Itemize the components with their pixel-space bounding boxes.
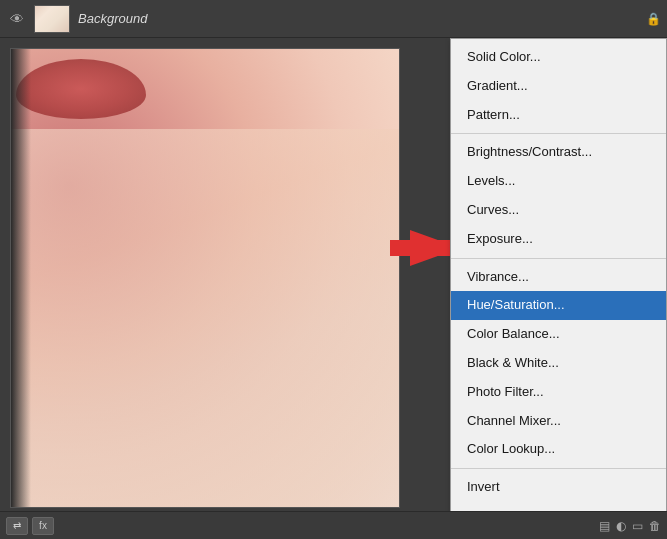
adjustment-icon: ◐ xyxy=(616,519,626,533)
menu-item-posterize[interactable]: Posterize... xyxy=(451,502,666,511)
menu-item-exposure[interactable]: Exposure... xyxy=(451,225,666,254)
dropdown-section-2: Brightness/Contrast... Levels... Curves.… xyxy=(451,134,666,258)
dropdown-section-3: Vibrance... Hue/Saturation... Color Bala… xyxy=(451,259,666,470)
menu-item-invert[interactable]: Invert xyxy=(451,473,666,502)
link-button[interactable]: ⇄ xyxy=(6,517,28,535)
menu-item-curves[interactable]: Curves... xyxy=(451,196,666,225)
bottom-toolbar: ⇄ fx ▤ ◐ ▭ 🗑 xyxy=(0,511,667,539)
layer-lock-icon: 🔒 xyxy=(646,12,661,26)
dropdown-section-4: Invert Posterize... Threshold... Gradien… xyxy=(451,469,666,511)
fx-button[interactable]: fx xyxy=(32,517,54,535)
bottom-right-icons: ▤ ◐ ▭ 🗑 xyxy=(599,519,661,533)
menu-item-brightness-contrast[interactable]: Brightness/Contrast... xyxy=(451,138,666,167)
menu-item-color-lookup[interactable]: Color Lookup... xyxy=(451,435,666,464)
canvas-image xyxy=(10,48,400,508)
menu-item-pattern[interactable]: Pattern... xyxy=(451,101,666,130)
menu-item-color-balance[interactable]: Color Balance... xyxy=(451,320,666,349)
canvas-edge xyxy=(11,49,31,507)
menu-item-vibrance[interactable]: Vibrance... xyxy=(451,263,666,292)
layer-visibility-icon[interactable]: 👁 xyxy=(6,8,28,30)
menu-item-gradient[interactable]: Gradient... xyxy=(451,72,666,101)
adjustment-layer-dropdown: Solid Color... Gradient... Pattern... Br… xyxy=(450,38,667,511)
mask-icon: ▤ xyxy=(599,519,610,533)
folder-icon: ▭ xyxy=(632,519,643,533)
right-panel: Solid Color... Gradient... Pattern... Br… xyxy=(450,38,667,511)
menu-item-black-white[interactable]: Black & White... xyxy=(451,349,666,378)
skin-overlay xyxy=(11,129,399,507)
menu-item-solid-color[interactable]: Solid Color... xyxy=(451,43,666,72)
menu-item-photo-filter[interactable]: Photo Filter... xyxy=(451,378,666,407)
arrow-container xyxy=(380,228,460,268)
menu-item-levels[interactable]: Levels... xyxy=(451,167,666,196)
dropdown-section-1: Solid Color... Gradient... Pattern... xyxy=(451,39,666,134)
layer-thumbnail xyxy=(34,5,70,33)
delete-icon[interactable]: 🗑 xyxy=(649,519,661,533)
main-area: Solid Color... Gradient... Pattern... Br… xyxy=(0,38,667,511)
menu-item-channel-mixer[interactable]: Channel Mixer... xyxy=(451,407,666,436)
menu-item-hue-saturation[interactable]: Hue/Saturation... xyxy=(451,291,666,320)
layer-name: Background xyxy=(78,11,646,26)
canvas-area xyxy=(0,38,450,511)
layer-bar: 👁 Background 🔒 xyxy=(0,0,667,38)
